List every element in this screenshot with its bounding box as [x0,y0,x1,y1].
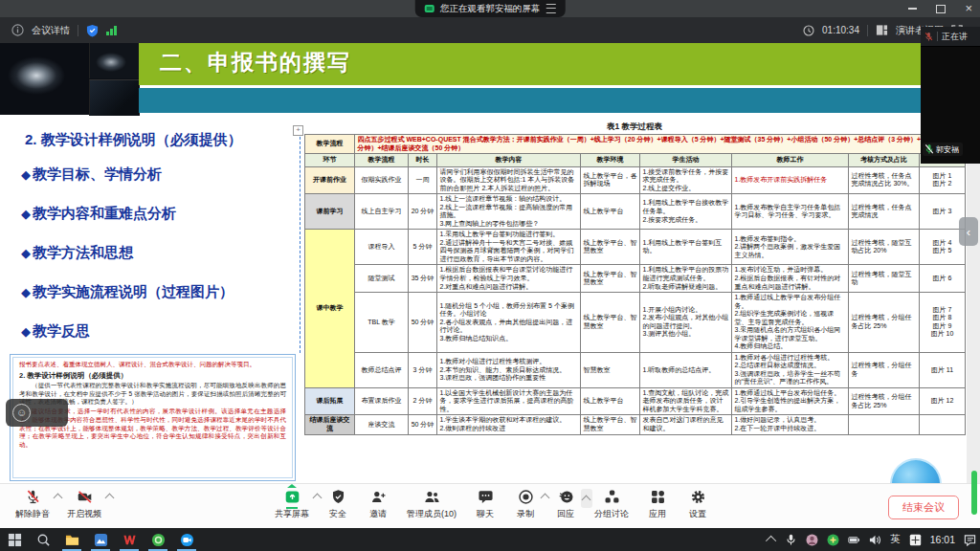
taskbar-meeting-app-button[interactable] [172,528,201,551]
taskbar-file-explorer-button[interactable] [57,528,86,551]
toolbar-label-react: 回应 [557,508,574,520]
toolbar-button-breakout[interactable]: 分组讨论 [594,487,629,520]
cell-assess: 过程性考核，任务点完成情况占比 30%。 [849,166,920,194]
cell-assess [849,415,920,434]
meeting-details-button[interactable]: 会议详情 [32,24,70,37]
toolbar-label-settings: 设置 [689,508,706,520]
column-header-考核方式及占比: 考核方式及占比 [849,154,920,167]
chevron-up-icon[interactable] [313,494,323,503]
battery-icon[interactable] [848,534,860,546]
watching-banner: 您正在观看郭安福的屏幕 [415,0,566,17]
toolbar-button-members[interactable]: 管理成员(10) [407,487,457,520]
toolbar-button-apps[interactable]: 应用 [646,487,669,520]
ime-grid-icon[interactable] [909,534,922,546]
taskbar-green-app-button[interactable] [144,528,172,551]
windows-taskbar: 英16:01 [0,528,980,551]
window-titlebar: 您正在观看郭安福的屏幕 × [0,0,980,17]
cell-files: 图片 12 [920,387,966,415]
toolbar-label-record: 录制 [517,508,534,520]
speaking-status-bar: 正在讲 [921,27,980,47]
slide-bullet-list: ◆教学目标、学情分析◆教学内容和重难点分析◆教学方法和思想◆教学实施流程说明（过… [21,165,301,362]
language-indicator[interactable]: 英 [890,533,901,546]
green-plus-icon[interactable] [827,534,839,546]
banner-menu-icon[interactable] [546,4,555,13]
record-icon [518,487,534,506]
cell-teacher: 1.教师对各小组进行过程性考核。 2.总结课程目标达成度情况。 3.强调课程思政… [732,352,849,387]
chevron-up-icon[interactable] [541,494,550,503]
cell-assess: 过程性考核，任务点完成情况 [849,194,920,230]
table-row: 教师总结点评3 分钟1.教师对小组进行过程性考核测评。 2.本节的知识、能力、素… [305,352,966,387]
mic-tray-icon[interactable] [785,534,797,546]
cell-env: 线上教学平台，各拆解现场 [581,166,640,194]
end-meeting-button[interactable]: 结束会议 [888,496,959,519]
headlight-photo-small-bottom [89,79,140,116]
cell-duration: 50 分钟 [409,415,437,434]
cell-flow: 布置课后作业 [355,387,409,415]
divider [937,32,938,41]
smiley-face-icon: ☺ [12,404,31,422]
toolbar-button-unmute[interactable]: 解除静音 [15,487,50,520]
toolbar-button-share-screen[interactable]: 共享屏幕 [275,487,309,520]
toolbar-button-chat[interactable]: 聊天 [474,487,497,520]
cell-env: 线上教学平台、智慧教室 [581,293,640,353]
speaker-view-icon [876,24,888,36]
toolbar-button-start-video[interactable]: 开启视频 [67,487,101,520]
chevron-up-icon[interactable] [768,536,776,543]
chevron-up-icon[interactable] [581,489,592,508]
cell-teacher: 1.教师发布签到指令。 2.讲解两个思政案例，激发学生爱国主义热情。 [732,230,849,265]
chevron-up-icon[interactable] [54,494,63,503]
cell-flow: 随堂测试 [355,265,409,293]
toolbar-button-record[interactable]: 录制 [514,487,537,520]
floating-timer-badge[interactable]: 52:39 [890,458,942,483]
table-header-row: 环节教学流程时长教学内容教学环境学生活动教师工作考核方式及占比支撑文件 [305,154,966,167]
cell-content: 1.学生谈本学期的收获和对本课程的建议。 2.做到课程的持续改进 [437,415,581,434]
cell-duration: 50 分钟 [409,293,437,353]
cell-flow: 座谈交流 [355,415,409,434]
bullet-diamond-icon: ◆ [21,167,31,182]
taskbar-clock[interactable]: 16:01 [930,534,955,545]
search-icon [36,533,51,547]
taskbar-start-button[interactable] [0,528,29,551]
table-flow-row: 教学流程四点五步过程式 WEB+CO-QUEST 混合式教学方法：开课前实践作业… [305,135,966,154]
cell-assess: 过程性考核，分组任务占比 25% [849,293,920,353]
taskbar-search-button[interactable] [29,528,57,551]
shared-screen: 二、申报书的撰写 2. 教学设计样例说明（必须提供） ◆教学目标、学情分析◆教学… [0,43,980,483]
cell-content: 1.教师对小组进行过程性考核测评。 2.本节的知识、能力、素质目标达成情况。 3… [437,352,581,387]
avatar-icon[interactable] [806,534,818,546]
chevron-up-icon[interactable] [105,494,115,503]
toolbar-label-start-video: 开启视频 [67,508,101,520]
table-body: 开课前作业假期实践作业一周请同学们利用寒假假期时间拆装生活中常见的设备。假期后上… [305,166,966,434]
wps-icon [122,533,137,547]
speaker-icon[interactable] [869,534,881,546]
video-thumbnail-panel[interactable]: 正在讲 郭安福 [921,27,980,164]
cell-files: 图片 1 图片 2 [920,166,966,194]
toolbar-button-react[interactable]: 回应 [554,487,577,520]
divider [78,25,78,36]
start-icon [8,533,22,547]
taskbar-wps-button[interactable] [115,528,144,551]
cell-student: 1.利用线上教学平台签到互动。 [640,230,732,265]
cell-assess: 过程性考核，分组任务占比 25% [849,387,920,415]
cell-flow: 线上自主学习 [355,194,409,230]
taskbar-blue-app-button[interactable] [86,528,115,551]
cell-student: 发表自己对这门课程的意见和建议。 [640,415,732,434]
window-scroll-gutter [967,164,980,483]
window-maximize-button[interactable] [936,5,946,13]
window-close-button[interactable]: × [965,0,972,17]
cell-duration: 35 分钟 [409,265,437,293]
notification-icon[interactable] [964,534,976,546]
cell-flow: 假期实践作业 [355,166,409,194]
toolbar-button-invite[interactable]: 邀请 [367,487,390,520]
toolbar-button-settings[interactable]: 设置 [686,487,709,520]
screen-share-status-icon [425,5,434,12]
textbox-boundary [300,127,301,353]
security-shield-icon[interactable] [86,24,99,37]
slide-bullet-2: ◆教学内容和重难点分析 [21,205,301,223]
toolbar-button-security[interactable]: 安全 [326,487,349,520]
bullet-text: 教学内容和重难点分析 [33,205,176,221]
cell-files: 图片 7 图片 8 图片 9 图片 10 [920,293,966,353]
collapse-video-panel-button[interactable]: ‹ [959,217,978,246]
reaction-overlay[interactable]: ☺ [6,399,68,427]
table-row: 课前学习线上自主学习20 分钟1.线上一流课程章节视频：轴的结构设计。 2.线上… [305,194,966,230]
window-minimize-button[interactable] [908,8,917,10]
